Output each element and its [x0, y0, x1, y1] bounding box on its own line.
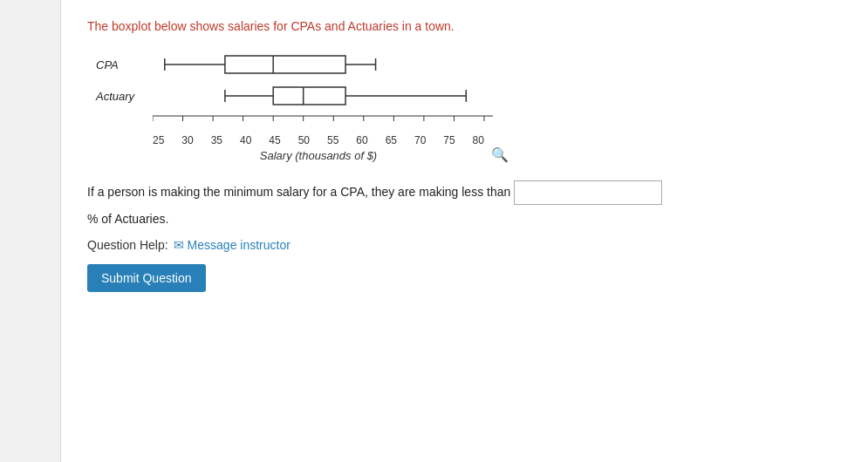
chart-area: CPA	[87, 51, 842, 163]
mail-icon: ✉	[174, 238, 184, 252]
cpa-row: CPA	[96, 51, 842, 78]
axis-label-30: 30	[181, 134, 193, 146]
zoom-icon[interactable]: 🔍	[491, 146, 509, 163]
submit-button[interactable]: Submit Question	[87, 264, 206, 292]
intro-text: The boxplot below shows salaries for CPA…	[87, 17, 842, 36]
question-text: If a person is making the minimum salary…	[87, 180, 842, 205]
axis-label-65: 65	[386, 134, 397, 146]
axis-label-50: 50	[298, 134, 310, 146]
axis-labels: 25 30 35 40 45 50 55 60 65 70 75 80	[153, 132, 484, 146]
svg-rect-8	[273, 87, 345, 105]
actuary-row: Actuary	[96, 83, 842, 109]
axis-label-25: 25	[153, 134, 164, 146]
axis-label-55: 55	[327, 134, 338, 146]
axis-label-70: 70	[414, 134, 426, 146]
question-help: Question Help: ✉ Message instructor	[87, 238, 842, 252]
message-instructor-link[interactable]: ✉ Message instructor	[174, 238, 290, 252]
axis-label-40: 40	[240, 134, 251, 146]
answer-input[interactable]	[514, 180, 662, 205]
pct-of-actuaries: % of Actuaries.	[87, 212, 842, 226]
axis-line-svg	[153, 114, 519, 130]
cpa-label: CPA	[96, 58, 153, 71]
axis-label-60: 60	[356, 134, 367, 146]
axis-label-80: 80	[473, 134, 484, 146]
help-label: Question Help:	[87, 238, 168, 252]
message-label: Message instructor	[188, 238, 290, 252]
question-text-before: If a person is making the minimum salary…	[87, 185, 510, 199]
svg-rect-2	[225, 56, 345, 73]
cpa-boxplot-svg	[153, 51, 519, 78]
axis-label-45: 45	[269, 134, 280, 146]
axis-label-35: 35	[211, 134, 222, 146]
axis-area: 25 30 35 40 45 50 55 60 65 70 75 80 Sala…	[96, 114, 842, 163]
actuary-boxplot-svg	[153, 83, 519, 109]
axis-label-75: 75	[443, 134, 455, 146]
axis-title: Salary (thousands of $)	[153, 149, 484, 162]
actuary-label: Actuary	[96, 90, 153, 103]
